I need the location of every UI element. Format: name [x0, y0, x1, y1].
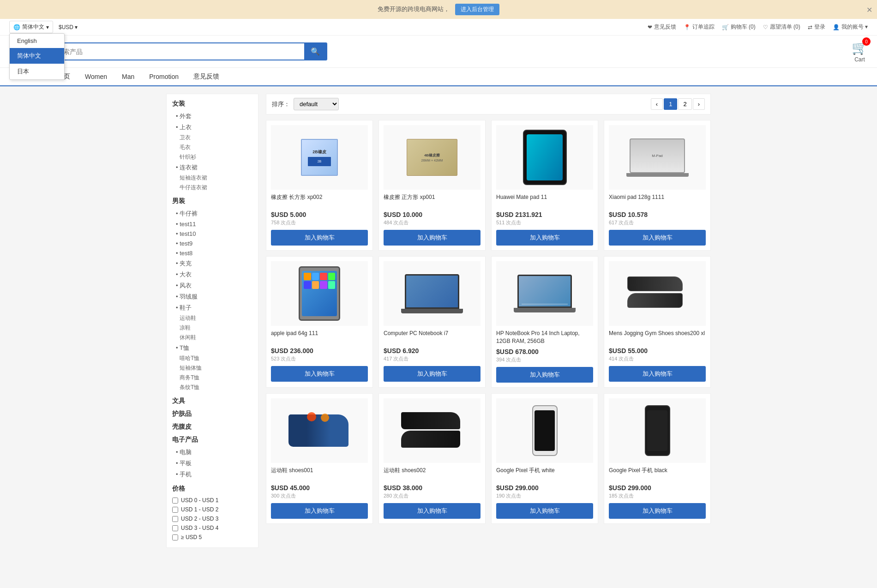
- sidebar-subitem-short-tee[interactable]: 短袖体恤: [172, 363, 252, 373]
- sidebar-item-phone[interactable]: • 手机: [172, 469, 252, 480]
- product-card-p5[interactable]: apple ipad 64g 111 $USD 236.000 523 次点击 …: [266, 256, 373, 388]
- cart-label: Cart: [854, 56, 865, 63]
- page-1-button[interactable]: 1: [664, 98, 677, 110]
- language-selector[interactable]: 🌐 简体中文 ▾: [9, 21, 53, 33]
- product-card-p10[interactable]: 运动鞋 shoes002 $USD 38.000 280 次点击 加入购物车: [378, 393, 486, 524]
- sidebar-item-down[interactable]: • 羽绒服: [172, 291, 252, 302]
- sort-select[interactable]: default price-asc price-desc newest: [294, 98, 339, 110]
- enter-backend-button[interactable]: 进入后台管理: [455, 4, 499, 15]
- product-card-p3[interactable]: Huawei Mate pad 11 $USD 2131.921 511 次点击…: [491, 120, 598, 251]
- add-to-cart-p6[interactable]: 加入购物车: [384, 366, 481, 382]
- add-to-cart-p3[interactable]: 加入购物车: [496, 230, 593, 246]
- sidebar-subitem-sandals[interactable]: 凉鞋: [172, 323, 252, 333]
- price-check-3-4[interactable]: [172, 525, 178, 531]
- top-banner: 免费开源的跨境电商网站， 进入后台管理 ✕: [0, 0, 877, 19]
- sidebar-item-jacket[interactable]: • 夹克: [172, 258, 252, 269]
- cart-badge: 0: [862, 37, 871, 46]
- page-prev-button[interactable]: ‹: [651, 98, 663, 110]
- sidebar-item-test10[interactable]: • test10: [172, 229, 252, 239]
- sidebar-subitem-stripe-tee[interactable]: 条纹T恤: [172, 383, 252, 392]
- product-card-p1[interactable]: 2B橡皮 2B 橡皮擦 长方形 xp002 $USD 5.000 758 次点击…: [266, 120, 373, 251]
- sidebar-subitem-hoodie[interactable]: 卫衣: [172, 133, 252, 143]
- sidebar-item-jeans[interactable]: • 牛仔裤: [172, 208, 252, 219]
- sidebar-item-computer[interactable]: • 电脑: [172, 447, 252, 458]
- add-to-cart-p12[interactable]: 加入购物车: [609, 503, 706, 519]
- nav-feedback[interactable]: 意见反馈: [186, 68, 227, 86]
- order-tracking-link[interactable]: 📍 订单追踪: [684, 23, 715, 31]
- add-to-cart-p4[interactable]: 加入购物车: [609, 230, 706, 246]
- lang-option-english[interactable]: English: [10, 34, 64, 48]
- sidebar-subitem-sweater[interactable]: 毛衣: [172, 143, 252, 152]
- page-next-button[interactable]: ›: [693, 98, 705, 110]
- add-to-cart-p8[interactable]: 加入购物车: [609, 366, 706, 382]
- sidebar-subitem-short-dress[interactable]: 短袖连衣裙: [172, 173, 252, 183]
- price-check-1-2[interactable]: [172, 507, 178, 513]
- banner-close-button[interactable]: ✕: [866, 5, 872, 14]
- sidebar-subitem-casual-shoes[interactable]: 休闲鞋: [172, 333, 252, 342]
- sidebar-item-test9[interactable]: • test9: [172, 239, 252, 248]
- sidebar-item-tablet[interactable]: • 平板: [172, 458, 252, 469]
- add-to-cart-p5[interactable]: 加入购物车: [271, 366, 368, 382]
- product-card-p7[interactable]: HP NoteBook Pro 14 Inch Laptop, 12GB RAM…: [491, 256, 598, 388]
- wishlist-link[interactable]: ♡ 愿望清单 (0): [763, 23, 800, 31]
- search-button[interactable]: 🔍: [304, 43, 326, 60]
- price-filter-1-2[interactable]: USD 1 - USD 2: [172, 505, 252, 514]
- add-to-cart-p11[interactable]: 加入购物车: [496, 503, 593, 519]
- price-check-2-3[interactable]: [172, 516, 178, 522]
- sidebar-item-top[interactable]: • 上衣: [172, 122, 252, 133]
- sidebar-item-coat2[interactable]: • 大衣: [172, 269, 252, 280]
- sidebar-subitem-hiphop[interactable]: 嘻哈T恤: [172, 354, 252, 363]
- product-price-p2: $USD 10.000: [384, 211, 481, 218]
- product-card-p9[interactable]: 运动鞋 shoes001 $USD 45.000 300 次点击 加入购物车: [266, 393, 373, 524]
- account-link[interactable]: 👤 我的账号 ▾: [833, 23, 868, 31]
- page-2-button[interactable]: 2: [678, 98, 691, 110]
- lang-option-japanese[interactable]: 日本: [10, 64, 64, 79]
- sidebar-subitem-knit[interactable]: 针织衫: [172, 152, 252, 162]
- add-to-cart-p7[interactable]: 加入购物车: [496, 367, 593, 383]
- product-views-p11: 190 次点击: [496, 492, 593, 499]
- product-image-p2: 4B橡皮擦 26MM × 42MM: [384, 125, 481, 190]
- price-filter-5plus[interactable]: ≥ USD 5: [172, 533, 252, 542]
- product-card-p6[interactable]: Computer PC Notebook i7 $USD 6.920 417 次…: [378, 256, 486, 388]
- price-check-5plus[interactable]: [172, 534, 178, 540]
- login-link[interactable]: ⇄ 登录: [808, 23, 825, 31]
- feedback-link[interactable]: ❤ 意见反馈: [648, 23, 676, 31]
- product-image-p11: [496, 398, 593, 463]
- add-to-cart-p10[interactable]: 加入购物车: [384, 503, 481, 519]
- price-check-0-1[interactable]: [172, 498, 178, 504]
- sidebar-item-dress[interactable]: • 连衣裙: [172, 162, 252, 173]
- sidebar-item-trench[interactable]: • 风衣: [172, 280, 252, 291]
- product-image-p6: [384, 261, 481, 326]
- nav-women[interactable]: Women: [78, 68, 114, 86]
- cart-topbar-link[interactable]: 🛒 购物车 (0): [722, 23, 756, 31]
- currency-selector[interactable]: $USD ▾: [55, 22, 81, 32]
- product-card-p4[interactable]: M-Pad Xiaomi pad 128g 1111 $USD 10.578 6…: [604, 120, 711, 251]
- product-card-p12[interactable]: Google Pixel 手机 black $USD 299.000 185 次…: [604, 393, 711, 524]
- sidebar-men-title: 男装: [172, 197, 252, 205]
- sidebar-subitem-sport-shoes[interactable]: 运动鞋: [172, 313, 252, 323]
- sidebar-item-test11[interactable]: • test11: [172, 219, 252, 229]
- product-card-p2[interactable]: 4B橡皮擦 26MM × 42MM 橡皮擦 正方形 xp001 $USD 10.…: [378, 120, 486, 251]
- sidebar-item-coat[interactable]: • 外套: [172, 111, 252, 122]
- add-to-cart-p2[interactable]: 加入购物车: [384, 230, 481, 246]
- nav-man[interactable]: Man: [114, 68, 142, 86]
- add-to-cart-p9[interactable]: 加入购物车: [271, 503, 368, 519]
- sidebar-item-shoes[interactable]: • 鞋子: [172, 302, 252, 313]
- sidebar-subitem-denim-dress[interactable]: 牛仔连衣裙: [172, 183, 252, 192]
- nav-promotion[interactable]: Promotion: [142, 68, 186, 86]
- product-card-p8[interactable]: Mens Jogging Gym Shoes shoes200 xl $USD …: [604, 256, 711, 388]
- price-filter-2-3[interactable]: USD 2 - USD 3: [172, 514, 252, 523]
- sidebar-item-test8[interactable]: • test8: [172, 248, 252, 258]
- search-input[interactable]: [51, 44, 304, 59]
- sidebar-item-tshirt[interactable]: • T恤: [172, 342, 252, 354]
- price-filter-0-1[interactable]: USD 0 - USD 1: [172, 496, 252, 505]
- cart-topbar-icon: 🛒: [722, 24, 729, 30]
- product-card-p11[interactable]: Google Pixel 手机 white $USD 299.000 190 次…: [491, 393, 598, 524]
- lang-option-chinese[interactable]: 简体中文: [10, 48, 64, 64]
- price-filter-3-4[interactable]: USD 3 - USD 4: [172, 523, 252, 533]
- add-to-cart-p1[interactable]: 加入购物车: [271, 230, 368, 246]
- sidebar-subitem-business-tee[interactable]: 商务T恤: [172, 373, 252, 383]
- cart-icon-wrapper[interactable]: 🛒 0 Cart: [852, 40, 868, 63]
- product-price-p3: $USD 2131.921: [496, 211, 593, 218]
- product-price-p12: $USD 299.000: [609, 484, 706, 492]
